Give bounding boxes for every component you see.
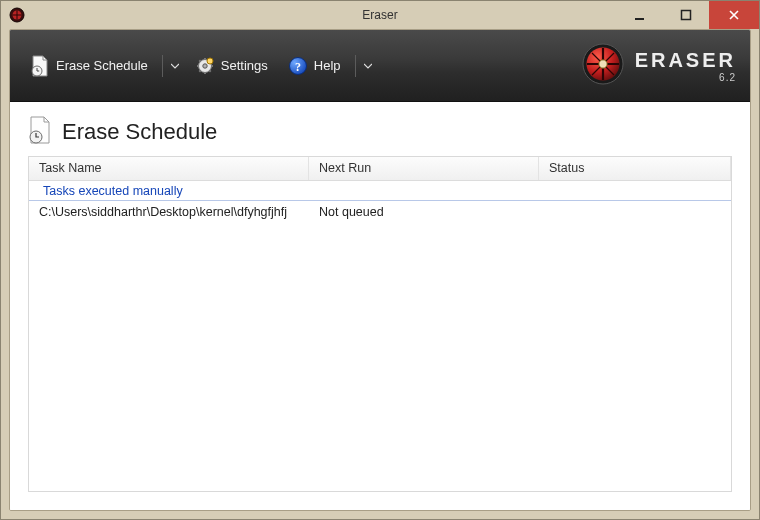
page-content: Erase Schedule Task Name Next Run Status… — [10, 102, 750, 510]
cell-status — [539, 204, 731, 220]
app-window: Eraser — [0, 0, 760, 520]
svg-point-7 — [207, 58, 213, 64]
table-header: Task Name Next Run Status — [29, 157, 731, 181]
page-title: Erase Schedule — [62, 119, 217, 145]
cell-next-run: Not queued — [309, 204, 539, 220]
close-button[interactable] — [709, 1, 759, 29]
page-header: Erase Schedule — [28, 116, 732, 148]
brand-name: ERASER — [635, 49, 736, 72]
page-clock-icon — [28, 116, 52, 148]
page-clock-icon — [30, 55, 50, 77]
table-body[interactable]: Tasks executed manually C:\Users\siddhar… — [29, 181, 731, 491]
title-bar: Eraser — [1, 1, 759, 29]
schedule-table: Task Name Next Run Status Tasks executed… — [28, 156, 732, 492]
settings-button[interactable]: Settings — [189, 52, 274, 80]
eraser-logo-icon — [581, 42, 625, 90]
help-dropdown[interactable] — [360, 58, 376, 74]
column-header-task-name[interactable]: Task Name — [29, 157, 309, 180]
svg-text:?: ? — [295, 59, 301, 73]
erase-schedule-label: Erase Schedule — [56, 58, 148, 73]
brand-version: 6.2 — [719, 72, 736, 83]
toolbar-separator — [162, 55, 163, 77]
table-row[interactable]: C:\Users\siddharthr\Desktop\kernel\dfyhg… — [29, 201, 731, 223]
client-area: Erase Schedule Settings — [9, 29, 751, 511]
window-controls — [617, 1, 759, 29]
cell-task-name: C:\Users\siddharthr\Desktop\kernel\dfyhg… — [29, 204, 309, 220]
brand-area: ERASER 6.2 — [581, 42, 736, 90]
toolbar: Erase Schedule Settings — [10, 30, 750, 102]
help-button[interactable]: ? Help — [282, 52, 347, 80]
minimize-button[interactable] — [617, 1, 663, 29]
svg-point-12 — [598, 59, 606, 67]
svg-point-6 — [203, 63, 207, 67]
maximize-button[interactable] — [663, 1, 709, 29]
brand-text: ERASER 6.2 — [635, 49, 736, 83]
chevron-down-icon — [364, 62, 372, 70]
svg-rect-3 — [682, 11, 691, 20]
column-header-status[interactable]: Status — [539, 157, 731, 180]
toolbar-separator — [355, 55, 356, 77]
settings-label: Settings — [221, 58, 268, 73]
help-icon: ? — [288, 56, 308, 76]
chevron-down-icon — [171, 62, 179, 70]
help-label: Help — [314, 58, 341, 73]
erase-schedule-dropdown[interactable] — [167, 58, 183, 74]
group-header[interactable]: Tasks executed manually — [29, 181, 731, 201]
svg-rect-2 — [635, 18, 644, 20]
column-header-next-run[interactable]: Next Run — [309, 157, 539, 180]
erase-schedule-button[interactable]: Erase Schedule — [24, 51, 154, 81]
app-icon — [9, 7, 25, 23]
gear-icon — [195, 56, 215, 76]
